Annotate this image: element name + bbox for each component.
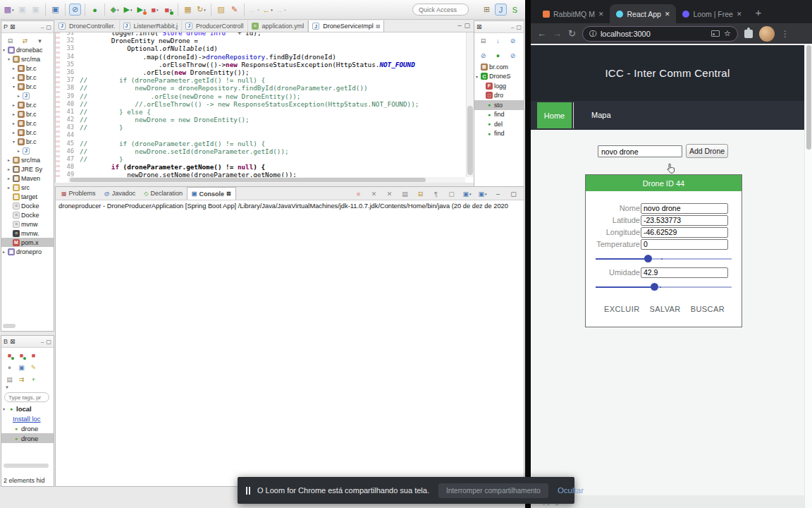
package-tree-item-dronepro[interactable]: ▸▣dronepro [1,247,54,256]
package-tree-item-src/ma[interactable]: ▸⊞src/ma [1,155,54,164]
nome-field-input[interactable] [641,203,728,214]
maximize-icon[interactable]: ▢ [46,339,51,345]
console-view-icon[interactable]: ▣ [49,4,61,16]
open-perspective-icon[interactable]: ⊞ [481,4,493,16]
editor-tab-droneserviceimpl[interactable]: JDroneServiceImpl⊠ [308,20,384,32]
hide-static-icon[interactable]: ⊘ [477,49,489,61]
package-tree-item-mvnw.[interactable]: ≡mvnw. [1,229,54,238]
run-icon[interactable]: ▶▾ [122,4,134,16]
package-tree-item-br.c[interactable]: ▸⊞br.c [1,100,54,109]
stop-icon[interactable]: ■ [29,351,38,360]
back-history-icon[interactable]: ←▾ [248,4,260,16]
collapse-all-icon[interactable]: ⊟ [477,35,489,47]
view-menu-icon[interactable]: ▼ [1,385,54,391]
package-tree-item-src[interactable]: ▸▨src [1,183,54,192]
code-editor[interactable]: 31 logger.info("Store drone info " + id)… [55,32,474,183]
close-icon[interactable]: ✕ [598,11,604,18]
new-wizard-icon[interactable]: ▩▾ [3,4,15,16]
tab-javadoc[interactable]: @Javadoc [100,187,140,200]
java-perspective-icon[interactable]: J [495,4,507,16]
package-tree-item-Docke[interactable]: ≡Docke [1,201,54,210]
package-tree-item-br.c[interactable]: ▸⊞br.c [1,73,54,82]
maximize-icon[interactable]: ▢ [46,24,51,30]
site-info-icon[interactable]: ⓘ [589,29,596,39]
cast-icon[interactable] [711,30,720,37]
maximize-icon[interactable]: ▢ [464,22,470,29]
extensions-icon[interactable] [744,30,753,38]
humidity-slider-thumb[interactable] [651,283,658,291]
bookmark-star-icon[interactable]: ☆ [724,29,731,38]
table-icon[interactable]: ▦ [182,4,194,16]
profile-icon[interactable]: ▶▾ [135,4,147,16]
edit-config-icon[interactable]: ✎ [29,363,38,372]
editor-tab-application-yml[interactable]: ≡application.yml [248,20,309,32]
package-tree-item-br.c[interactable]: ▸⊞br.c [1,128,54,137]
code-area[interactable]: 31 logger.info("Store drone info " + id)… [60,32,465,177]
boot-tree-item-local[interactable]: ▾●local [1,404,54,413]
temperature-field-input[interactable] [641,239,728,250]
editor-vertical-scrollbar[interactable] [466,32,474,177]
quick-access-input[interactable] [412,4,469,16]
skip-breakpoints-icon[interactable]: ⊘ [69,4,81,16]
scrollbar-thumb[interactable] [70,178,426,182]
open-console-icon[interactable]: ▣▾ [476,188,488,200]
new-tab-button[interactable]: + [755,6,761,18]
outline-item-find[interactable]: ●find [474,110,524,120]
stop-icon[interactable]: ■▾ [149,4,161,16]
back-icon[interactable]: ← [537,28,546,39]
editor-horizontal-scrollbar[interactable] [68,177,465,183]
word-wrap-icon[interactable]: ¶ [430,188,442,200]
list-icon[interactable]: ▤ [5,375,14,384]
reload-icon[interactable]: ↻ [568,28,576,39]
close-icon[interactable]: ⊠ [376,23,381,30]
package-tree-item-dronebac[interactable]: ▾▣dronebac [1,45,54,54]
nav-item-home[interactable]: Home [537,102,572,128]
clear-console-icon[interactable]: ▤ [399,188,411,200]
outline-item-find[interactable]: ●find [474,129,524,139]
save-icon[interactable]: ▣ [16,4,28,16]
latitude-field-input[interactable] [641,215,728,226]
outline-item-DroneS[interactable]: ▾CDroneS [474,72,524,82]
back-icon[interactable]: ←▾ [262,4,273,16]
boot-dashboard-tab[interactable]: B [4,338,8,345]
start-icon[interactable]: ■ [17,351,26,360]
tab-rabbitmq[interactable]: RabbitMQ M✕ [536,4,610,23]
package-tree-item-JRE Sy[interactable]: ▸▤JRE Sy [1,164,54,174]
outline-item-dro[interactable]: □dro [474,91,524,101]
temperature-slider-thumb[interactable] [644,255,652,262]
debug-icon[interactable]: ◆▾ [109,4,121,16]
new-drone-name-input[interactable] [598,145,682,157]
add-target-icon[interactable]: + [29,375,38,384]
boot-tree-item-Install loc[interactable]: Install loc [1,413,54,423]
external-tools-icon[interactable]: ✎ [228,4,240,16]
package-tree-item-br.c[interactable]: ▾⊞br.c [1,137,54,146]
open-console-icon[interactable]: ▣ [17,363,26,372]
tab-console[interactable]: ▣Console⊠ [187,187,236,200]
close-icon[interactable]: ⊠ [476,23,482,30]
package-tree-item-pom.x[interactable]: Mpom.x [1,238,54,247]
excluir-button[interactable]: EXCLUIR [604,305,639,313]
package-tree-item-br.c[interactable]: ▸⊞br.c [1,64,54,73]
forward-icon[interactable]: →▾ [275,4,287,16]
package-tree-item-src/ma[interactable]: ▾⊞src/ma [1,54,54,64]
package-tree-item-file[interactable]: ▸J [1,91,54,100]
remove-all-icon[interactable]: ✕ [383,188,395,200]
terminate-icon[interactable]: ■ [352,188,364,200]
minimize-icon[interactable]: ‒ [41,339,44,345]
address-bar[interactable]: ⓘ localhost:3000 ☆ [582,26,738,42]
spring-perspective-icon[interactable]: S [509,4,521,16]
open-resource-icon[interactable]: ▨ [215,4,227,16]
tab-loom[interactable]: Loom | Free✕ [676,4,748,23]
humidity-slider[interactable] [596,279,732,294]
boot-tree-item-drone[interactable]: ●drone [1,423,54,433]
sort-icon[interactable]: ↓ [492,35,504,47]
profile-avatar[interactable] [759,26,775,42]
close-icon[interactable]: ✕ [665,11,670,18]
hide-fields-icon[interactable]: ⊘ [507,35,519,47]
stop-sharing-button[interactable]: Interromper compartilhamento [438,483,548,498]
outline-item-sto[interactable]: ●sto [474,100,524,110]
boot-filter-input[interactable] [4,392,49,402]
outline-item-br.com[interactable]: ⊞br.com [474,62,524,72]
editor-tab-producercontroll[interactable]: JProducerControll [182,20,248,32]
salvar-button[interactable]: SALVAR [650,305,681,313]
